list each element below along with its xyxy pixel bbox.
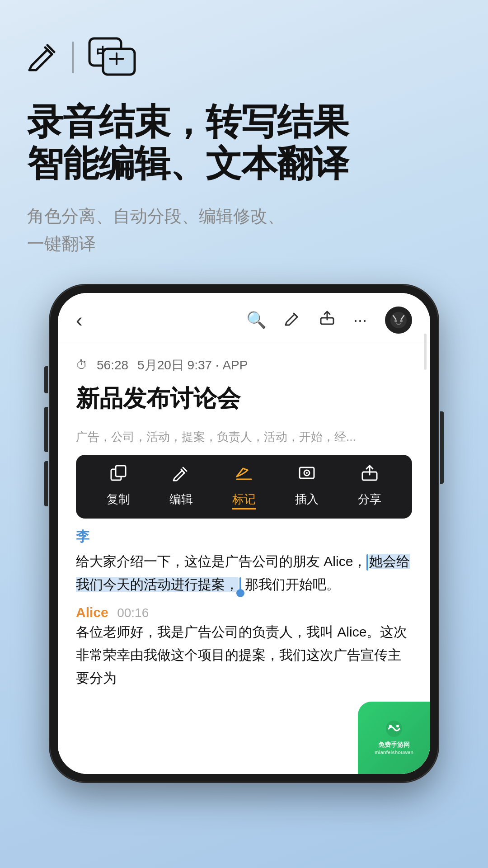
svg-point-4 (390, 312, 407, 328)
cursor-right (239, 577, 241, 594)
scrollbar[interactable] (424, 334, 427, 370)
sub-heading: 角色分离、自动分段、编辑修改、 一键翻译 (27, 203, 461, 258)
side-button-power (440, 411, 444, 484)
share-label: 分享 (358, 491, 381, 507)
edit-label: 编辑 (169, 491, 193, 507)
svg-point-5 (394, 320, 397, 322)
transcript-section: 李 给大家介绍一下，这位是广告公司的朋友 Alice，她会给我们今天的活动进行提… (76, 528, 412, 689)
context-menu-share[interactable]: 分享 (358, 464, 381, 507)
more-icon[interactable]: ··· (353, 311, 367, 330)
recording-date: 5月20日 9:37 · APP (137, 357, 248, 374)
speaker2-section: Alice 00:16 (76, 605, 412, 620)
context-menu: 复制 编辑 (76, 455, 412, 519)
translate-icon: 中 (87, 36, 137, 79)
edit-icon-menu (172, 464, 190, 486)
insert-label: 插入 (295, 491, 319, 507)
speaker1-label: 李 (76, 528, 412, 546)
svg-point-16 (396, 725, 399, 727)
phone-topbar: ‹ 🔍 (58, 293, 430, 343)
context-menu-copy[interactable]: 复制 (107, 464, 130, 507)
svg-rect-8 (116, 466, 126, 476)
header-divider (72, 42, 74, 73)
mark-label: 标记 (232, 491, 256, 509)
watermark-text: 免费手游网 mianfeishouwan (375, 741, 413, 755)
svg-point-15 (389, 725, 392, 727)
phone-screen: ‹ 🔍 (58, 293, 430, 774)
context-menu-edit[interactable]: 编辑 (169, 464, 193, 507)
context-menu-mark[interactable]: 标记 (232, 464, 256, 509)
phone-container: ‹ 🔍 (27, 285, 461, 782)
speaker1-text: 给大家介绍一下，这位是广告公司的朋友 Alice，她会给我们今天的活动进行提案，… (76, 550, 412, 596)
svg-point-12 (306, 472, 308, 474)
recording-meta: ⏱ 56:28 5月20日 9:37 · APP (76, 357, 412, 374)
speaker2-label: Alice (76, 605, 108, 620)
page-wrapper: 中 录音结束，转写结果 智能编辑、文本翻译 角色分离、自动分段、编辑修改、 一键… (0, 0, 488, 868)
note-title: 新品发布讨论会 (76, 383, 412, 415)
copy-icon (109, 464, 127, 486)
search-icon[interactable]: 🔍 (246, 311, 267, 330)
cursor-left (366, 554, 368, 571)
side-button-silent (44, 366, 48, 393)
cat-avatar[interactable] (385, 307, 412, 334)
mark-icon (235, 464, 253, 486)
svg-point-6 (400, 320, 403, 322)
main-heading: 录音结束，转写结果 智能编辑、文本翻译 (27, 101, 461, 184)
keywords-line: 广告，公司，活动，提案，负责人，活动，开始，经... (76, 428, 412, 446)
side-button-vol-down (44, 461, 48, 506)
context-menu-insert[interactable]: 插入 (295, 464, 319, 507)
watermark: 免费手游网 mianfeishouwan (358, 702, 430, 774)
export-icon[interactable] (319, 310, 335, 330)
phone-frame: ‹ 🔍 (50, 285, 438, 782)
topbar-icons-group: 🔍 ··· (246, 307, 412, 334)
insert-icon (298, 464, 316, 486)
edit-icon[interactable] (285, 310, 301, 330)
speaker2-text: 各位老师好，我是广告公司的负责人，我叫 Alice。这次非常荣幸由我做这个项目的… (76, 620, 412, 689)
share-icon-menu (361, 464, 379, 486)
recording-duration: 56:28 (97, 358, 128, 373)
speaker2-timestamp: 00:16 (117, 606, 149, 620)
back-button[interactable]: ‹ (76, 309, 83, 331)
copy-label: 复制 (107, 491, 130, 507)
svg-rect-2 (103, 49, 135, 75)
side-button-vol-up (44, 407, 48, 452)
selection-dot (236, 589, 244, 597)
pencil-icon (27, 41, 59, 74)
clock-icon: ⏱ (76, 358, 88, 372)
header-icons: 中 (27, 36, 461, 79)
